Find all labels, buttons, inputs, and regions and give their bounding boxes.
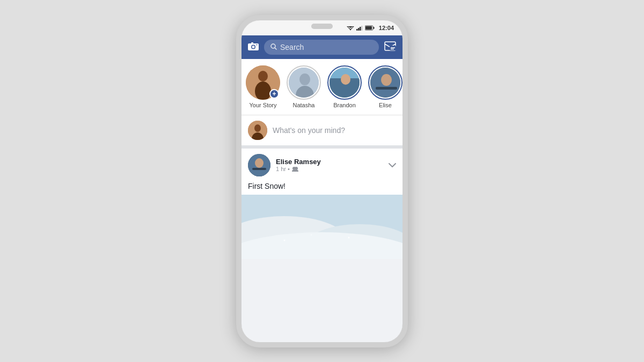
story-item-your-story[interactable]: + Your Story <box>246 65 280 108</box>
navbar: Search <box>241 35 402 59</box>
brandon-label: Brandon <box>333 102 356 108</box>
post-time-dot: • <box>288 166 290 172</box>
compose-area[interactable]: What's on your mind? <box>241 115 402 149</box>
svg-point-38 <box>254 124 261 132</box>
post-header: Elise Ramsey 1 hr • <box>241 149 402 180</box>
inbox-svg <box>384 41 396 51</box>
search-svg <box>270 43 277 50</box>
svg-point-41 <box>255 158 264 168</box>
svg-rect-14 <box>251 42 253 44</box>
svg-rect-7 <box>361 26 363 31</box>
natasha-label: Natasha <box>293 102 315 108</box>
story-item-elise[interactable]: Elise <box>368 65 402 108</box>
post-card: Elise Ramsey 1 hr • <box>241 149 402 259</box>
wifi-icon <box>347 25 354 31</box>
svg-rect-5 <box>358 28 360 31</box>
post-image-svg <box>241 195 402 259</box>
svg-rect-10 <box>365 26 372 29</box>
post-meta: Elise Ramsey 1 hr • <box>276 158 383 172</box>
post-time-text: 1 hr <box>276 166 286 172</box>
compose-placeholder[interactable]: What's on your mind? <box>273 126 345 135</box>
svg-point-53 <box>348 237 350 238</box>
post-expand-button[interactable] <box>389 161 396 169</box>
compose-avatar-svg <box>248 121 267 140</box>
svg-point-23 <box>258 71 268 82</box>
svg-point-51 <box>284 239 286 241</box>
svg-point-30 <box>341 74 350 85</box>
post-avatar <box>248 154 270 176</box>
search-placeholder: Search <box>280 43 304 51</box>
svg-rect-6 <box>360 27 361 31</box>
inbox-icon[interactable] <box>384 41 396 53</box>
natasha-avatar <box>289 68 319 98</box>
add-story-badge: + <box>269 89 279 99</box>
signal-icon <box>356 25 363 31</box>
your-story-label: Your Story <box>250 102 277 108</box>
post-text: First Snow! <box>241 180 402 195</box>
compose-avatar <box>248 121 267 140</box>
elise-avatar <box>370 68 400 98</box>
svg-point-15 <box>257 44 258 45</box>
svg-point-44 <box>295 167 298 170</box>
phone-frame: 12:04 Search <box>236 15 408 348</box>
camera-icon[interactable] <box>248 42 259 53</box>
natasha-svg <box>289 68 319 98</box>
screen-content: + Your Story <box>241 59 402 342</box>
svg-rect-42 <box>252 168 266 170</box>
chevron-down-icon <box>389 162 396 168</box>
svg-point-3 <box>350 29 351 30</box>
svg-point-52 <box>311 234 312 235</box>
post-avatar-svg <box>248 154 270 176</box>
camera-svg <box>248 42 259 50</box>
story-item-brandon[interactable]: Brandon <box>327 65 362 108</box>
elise-svg <box>370 68 400 98</box>
friends-icon <box>291 166 299 172</box>
search-bar[interactable]: Search <box>264 40 379 55</box>
svg-rect-9 <box>373 27 374 29</box>
status-icons: 12:04 <box>347 25 394 31</box>
svg-rect-33 <box>376 87 397 90</box>
story-item-natasha[interactable]: Natasha <box>287 65 321 108</box>
status-time: 12:04 <box>379 25 394 31</box>
svg-point-32 <box>381 74 392 86</box>
notch <box>311 24 333 29</box>
svg-point-26 <box>299 73 310 85</box>
elise-label: Elise <box>379 102 392 108</box>
svg-rect-4 <box>356 29 358 31</box>
post-author: Elise Ramsey <box>276 158 383 166</box>
svg-line-17 <box>275 48 276 49</box>
brandon-avatar <box>330 68 360 98</box>
stories-section: + Your Story <box>241 59 402 115</box>
status-bar: 12:04 <box>241 20 402 35</box>
post-time: 1 hr • <box>276 166 383 172</box>
post-image <box>241 195 402 259</box>
svg-point-13 <box>252 46 255 48</box>
search-icon <box>270 42 277 52</box>
battery-icon <box>365 25 375 31</box>
brandon-svg <box>330 68 360 98</box>
